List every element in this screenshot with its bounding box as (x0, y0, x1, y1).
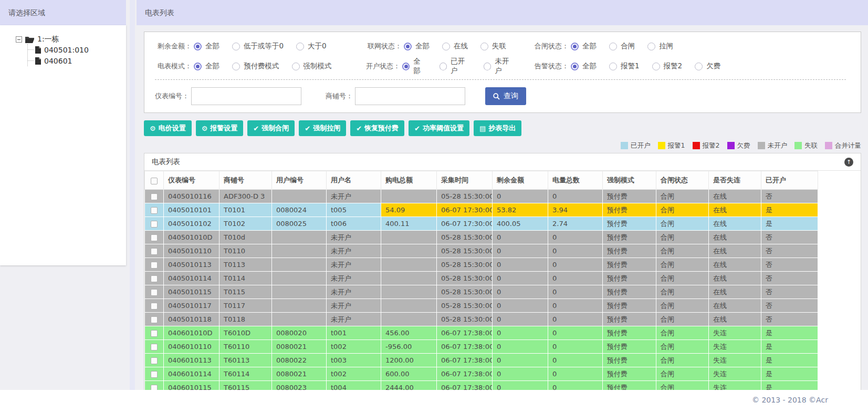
table-cell: 53.82 (493, 203, 548, 217)
radio-icon[interactable] (652, 63, 660, 70)
tree-leaf-label[interactable]: 040601 (44, 57, 72, 65)
row-checkbox[interactable] (151, 344, 158, 351)
table-cell: t001 (327, 326, 381, 340)
force-open-button[interactable]: ✔强制拉闸 (299, 120, 346, 136)
alarm-status-filter-option[interactable]: 欠费 (695, 61, 720, 71)
network-status-filter-option[interactable]: 全部 (404, 42, 430, 51)
radio-icon[interactable] (609, 43, 617, 50)
radio-icon[interactable] (480, 43, 488, 50)
remaining-amount-filter-option[interactable]: 低于或等于0 (232, 42, 284, 51)
radio-icon[interactable] (194, 63, 202, 70)
table-cell: 合闸 (656, 367, 709, 381)
table-cell: t003 (327, 354, 381, 367)
row-checkbox-cell (145, 326, 164, 340)
price-setting-button[interactable]: ⚙电价设置 (144, 120, 192, 136)
row-checkbox[interactable] (151, 221, 158, 228)
table-cell: 未开户 (327, 272, 381, 285)
switch-status-filter-option[interactable]: 合闸 (609, 42, 635, 51)
table-cell: 0080021 (272, 367, 327, 381)
radio-icon[interactable] (571, 63, 579, 70)
table-cell: 否 (761, 285, 818, 299)
collapse-up-icon[interactable]: ↑ (844, 158, 853, 167)
radio-icon[interactable] (292, 63, 300, 70)
radio-icon[interactable] (609, 63, 617, 70)
account-status-filter-option[interactable]: 全部 (402, 57, 427, 76)
alarm-status-filter-option[interactable]: 报警2 (652, 61, 683, 71)
row-checkbox[interactable] (151, 275, 158, 282)
radio-icon[interactable] (296, 43, 304, 50)
force-close-button[interactable]: ✔强制合闸 (247, 120, 295, 136)
tree-collapse-icon[interactable] (16, 36, 22, 43)
remaining-amount-filter-option[interactable]: 大于0 (296, 42, 327, 51)
network-status-filter-option[interactable]: 失联 (480, 42, 506, 51)
radio-icon[interactable] (194, 43, 202, 50)
row-checkbox[interactable] (151, 316, 158, 323)
row-checkbox[interactable] (151, 248, 158, 255)
search-button[interactable]: 查询 (485, 87, 526, 105)
switch-status-filter-option[interactable]: 全部 (571, 42, 597, 51)
account-status-filter-option[interactable]: 未开户 (484, 57, 515, 76)
radio-icon[interactable] (695, 63, 703, 70)
tree-leaf-node[interactable]: 040601 (28, 55, 126, 66)
alarm-status-filter-option[interactable]: 全部 (571, 61, 597, 71)
tree-root-node[interactable]: 1:一栋 (16, 35, 126, 44)
account-status-filter-option[interactable]: 已开户 (440, 57, 471, 76)
switch-status-filter-option[interactable]: 拉闸 (647, 42, 673, 51)
legend-swatch (658, 142, 665, 149)
meter-mode-filter-option[interactable]: 预付费模式 (232, 61, 279, 71)
row-checkbox[interactable] (151, 234, 158, 241)
radio-icon[interactable] (232, 43, 240, 50)
power-threshold-button[interactable]: ✔功率阈值设置 (409, 120, 469, 136)
table-cell: 预付费 (603, 367, 656, 381)
table-cell: 未开户 (327, 299, 381, 313)
radio-icon[interactable] (404, 43, 412, 50)
remaining-amount-filter-option[interactable]: 全部 (194, 42, 219, 51)
table-cell: 否 (761, 244, 818, 258)
row-checkbox[interactable] (151, 193, 158, 200)
tree-leaf-node[interactable]: 040501:010 (28, 44, 126, 55)
table-cell: 否 (761, 231, 818, 244)
table-cell: 040601010D (164, 326, 219, 340)
table-cell: 在线 (709, 313, 761, 326)
radio-icon[interactable] (484, 63, 491, 70)
row-checkbox[interactable] (151, 289, 158, 296)
radio-icon[interactable] (571, 43, 579, 50)
row-checkbox[interactable] (151, 330, 158, 337)
radio-icon[interactable] (647, 43, 655, 50)
meter-mode-filter-option[interactable]: 强制模式 (292, 61, 332, 71)
alarm-setting-button[interactable]: ⚙报警设置 (196, 120, 244, 136)
document-icon (35, 57, 41, 65)
table-cell: 0080021 (272, 340, 327, 354)
page-title: 电表列表 (137, 0, 868, 25)
main-panel: 电表列表 剩余金额：全部低于或等于0大于0联网状态：全部在线失联合闸状态：全部合… (137, 0, 868, 395)
alarm-status-filter-option[interactable]: 报警1 (609, 61, 640, 71)
remaining-amount-filter: 剩余金额：全部低于或等于0大于0 (151, 39, 361, 53)
row-checkbox[interactable] (151, 262, 158, 269)
row-checkbox[interactable] (151, 371, 158, 378)
tree-leaf-label[interactable]: 040501:010 (44, 46, 89, 54)
meter-no-input[interactable] (191, 87, 301, 105)
table-cell: 06-07 17:38:00 (437, 367, 493, 381)
table-cell: 0 (493, 340, 548, 354)
row-checkbox[interactable] (151, 357, 158, 364)
restore-prepaid-button[interactable]: ✔恢复预付费 (350, 120, 404, 136)
radio-icon[interactable] (402, 63, 410, 70)
tree-root-label[interactable]: 1:一栋 (37, 35, 59, 44)
table-cell: T010d (219, 231, 272, 244)
radio-icon[interactable] (440, 63, 447, 70)
meter-mode-filter-option[interactable]: 全部 (194, 61, 219, 71)
table-body: 0405010116ADF300-D 3未开户05-28 15:30:0000预… (145, 190, 818, 395)
shop-no-input[interactable] (355, 87, 465, 105)
table-cell: 在线 (709, 231, 761, 244)
network-status-filter-option[interactable]: 在线 (442, 42, 468, 51)
meter-export-button[interactable]: ▤抄表导出 (474, 120, 521, 136)
select-all-checkbox[interactable] (151, 178, 158, 184)
table-cell: 合闸 (656, 231, 709, 244)
radio-icon[interactable] (232, 63, 240, 70)
table-cell: 在线 (709, 217, 761, 231)
row-checkbox[interactable] (151, 303, 158, 310)
row-checkbox[interactable] (151, 207, 158, 214)
table-cell: 05-28 15:30:00 (437, 190, 493, 203)
table-cell: 是 (761, 217, 818, 231)
radio-icon[interactable] (442, 43, 450, 50)
